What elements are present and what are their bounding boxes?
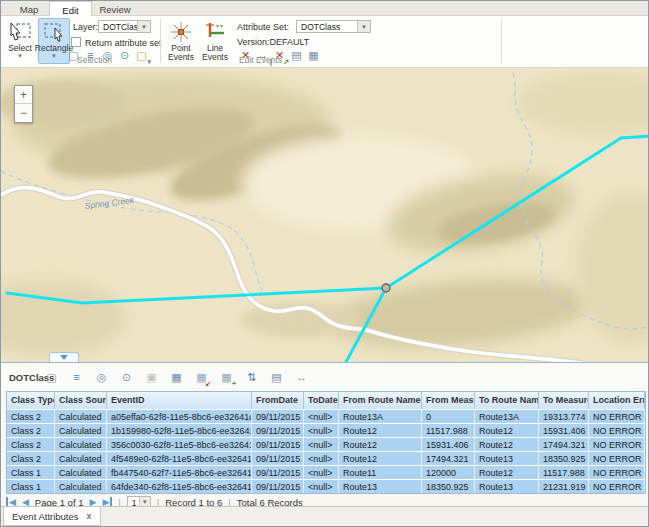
rectangle-dropdown-arrow[interactable]: ▼ — [51, 53, 57, 59]
column-header[interactable]: Location Error — [589, 392, 645, 409]
table-cell: <null> — [304, 452, 339, 465]
map-zoom-control: + − — [14, 85, 33, 123]
close-tab-icon[interactable]: x — [87, 511, 92, 521]
table-cell: 09/11/2015 — [252, 452, 304, 465]
table-cell: <null> — [304, 466, 339, 479]
table-cell: Class 1 — [7, 480, 55, 493]
rectangle-tool-button[interactable]: Rectangle ▼ — [38, 18, 70, 64]
attribute-set-dropdown-arrow[interactable]: ▼ — [357, 21, 370, 32]
table-cell: Class 2 — [7, 438, 55, 451]
attribute-table-header: Class TypeClass SourceEventIDFromDateToD… — [7, 392, 645, 409]
ribbon-separator-2 — [501, 19, 502, 63]
table-cell: Route13A — [475, 410, 539, 423]
table-cell: 120000 — [422, 466, 475, 479]
table-row[interactable]: Class 2Calculateda05effa0-62f8-11e5-8bc6… — [7, 409, 645, 423]
table-cell: 64fde340-62f8-11e5-8bc6-ee32641d5ec9 — [107, 480, 252, 493]
column-header[interactable]: Class Type — [7, 392, 55, 409]
rectangle-tool-icon — [42, 21, 66, 43]
table-cell: fb447540-62f7-11e5-8bc6-ee32641d5ec9 — [107, 466, 252, 479]
table-cell: 09/11/2015 — [252, 438, 304, 451]
table-cell: NO ERROR — [589, 438, 645, 451]
tab-edit[interactable]: Edit — [49, 1, 92, 17]
column-header[interactable]: Class Source — [55, 392, 107, 409]
route-junction-marker[interactable] — [382, 284, 390, 292]
column-header[interactable]: From Route Name — [339, 392, 422, 409]
table-cell: 15931.406 — [539, 424, 589, 437]
point-events-button[interactable]: Point Events — [164, 18, 198, 64]
pan-to-selected-icon[interactable]: ⊙ — [120, 371, 133, 384]
attribute-table: Class TypeClass SourceEventIDFromDateToD… — [6, 391, 646, 494]
event-window-icon[interactable]: ▤ — [290, 49, 303, 62]
table-cell: 1b159980-62f8-11e5-8bc6-ee32641d5ec9 — [107, 424, 252, 437]
table-cell: Class 2 — [7, 452, 55, 465]
table-cell: Route11 — [339, 466, 422, 479]
column-header[interactable]: ToDate — [304, 392, 339, 409]
ribbon-separator — [160, 19, 161, 63]
tab-map[interactable]: Map — [9, 1, 49, 16]
layer-dropdown[interactable]: DOTClass ▼ — [98, 20, 151, 33]
table-row[interactable]: Class 2Calculated1b159980-62f8-11e5-8bc6… — [7, 423, 645, 437]
layer-dropdown-arrow[interactable]: ▼ — [137, 21, 150, 32]
table-cell: Calculated — [55, 410, 107, 423]
return-attribute-set-checkbox[interactable] — [71, 37, 81, 47]
zoom-out-button[interactable]: − — [15, 104, 32, 122]
remove-record-icon[interactable]: ▦↙ — [195, 371, 208, 384]
table-cell: 356c0030-62f8-11e5-8bc6-ee32641d5ec9 — [107, 438, 252, 451]
save-icon[interactable]: ▣ — [145, 371, 158, 384]
fit-columns-icon[interactable]: ↔ — [295, 371, 308, 384]
column-header[interactable]: EventID — [107, 392, 252, 409]
table-cell: Route12 — [339, 424, 422, 437]
table-cell: Route12 — [339, 452, 422, 465]
column-header[interactable]: From Measure — [422, 392, 475, 409]
table-cell: 4f5489e0-62f8-11e5-8bc6-ee32641d5ec9 — [107, 452, 252, 465]
attribute-set-dropdown[interactable]: DOTClass ▼ — [296, 20, 371, 33]
table-cell: Calculated — [55, 438, 107, 451]
column-header[interactable]: To Route Name — [475, 392, 539, 409]
select-dropdown-arrow[interactable]: ▼ — [17, 53, 23, 59]
table-row[interactable]: Class 2Calculated4f5489e0-62f8-11e5-8bc6… — [7, 451, 645, 465]
table-cell: 09/11/2015 — [252, 466, 304, 479]
attribute-set-label: Attribute Set: — [237, 22, 289, 32]
table-row[interactable]: Class 1Calculatedfb447540-62f7-11e5-8bc6… — [7, 465, 645, 479]
panel-toolbar: DOTClass ▢≡◎⊙▣▦▦↙▦+⇅▤↔ — [1, 364, 649, 391]
tab-review[interactable]: Review — [92, 1, 138, 16]
clear-selection-icon[interactable]: ▢▾ — [135, 49, 148, 62]
table-cell: <null> — [304, 480, 339, 493]
sort-records-icon[interactable]: ⇅ — [245, 371, 258, 384]
pan-to-selection-icon[interactable]: ⊙ — [118, 49, 131, 62]
ribbon-tabbar: Map Edit Review — [1, 1, 648, 16]
table-cell: Route12 — [475, 424, 539, 437]
add-record-icon[interactable]: ▦+ — [220, 371, 233, 384]
panel-collapse-tab[interactable] — [49, 352, 79, 362]
table-cell: 09/11/2015 — [252, 410, 304, 423]
select-records-icon[interactable]: ▢ — [45, 371, 58, 384]
table-cell: <null> — [304, 424, 339, 437]
tab-event-attributes[interactable]: Event Attributes x — [3, 507, 101, 526]
table-cell: <null> — [304, 410, 339, 423]
attribute-table-icon[interactable]: ▦ — [170, 371, 183, 384]
table-cell: <null> — [304, 438, 339, 451]
table-cell: 17494.321 — [422, 452, 475, 465]
select-tool-button[interactable]: Select ▼ — [4, 18, 36, 64]
table-cell: 09/11/2015 — [252, 480, 304, 493]
collapse-arrow-icon — [60, 355, 68, 360]
panel-toolbar-icons: ▢≡◎⊙▣▦▦↙▦+⇅▤↔ — [45, 371, 308, 384]
column-header[interactable]: FromDate — [252, 392, 304, 409]
table-cell: Calculated — [55, 480, 107, 493]
column-header[interactable]: To Measure — [539, 392, 589, 409]
event-table-icon[interactable]: ▦ — [307, 49, 320, 62]
table-row[interactable]: Class 2Calculated356c0030-62f8-11e5-8bc6… — [7, 437, 645, 451]
table-cell: Route12 — [475, 466, 539, 479]
map-canvas[interactable]: Spring Creek + − — [1, 68, 649, 362]
show-selected-list-icon[interactable]: ≡ — [70, 371, 83, 384]
table-row[interactable]: Class 1Calculated64fde340-62f8-11e5-8bc6… — [7, 479, 645, 493]
bottom-tabbar: Event Attributes x — [1, 506, 648, 527]
line-events-button[interactable]: Line Events — [199, 18, 231, 64]
zoom-to-selected-icon[interactable]: ◎ — [95, 371, 108, 384]
table-cell: Route13A — [339, 410, 422, 423]
table-cell: Class 1 — [7, 466, 55, 479]
zoom-in-button[interactable]: + — [15, 86, 32, 104]
return-attribute-set-label: Return attribute set — [85, 38, 162, 48]
form-view-icon[interactable]: ▤ — [270, 371, 283, 384]
ribbon: Select ▼ Rectangle ▼ Layer: DOTClass ▼ R… — [1, 16, 648, 68]
